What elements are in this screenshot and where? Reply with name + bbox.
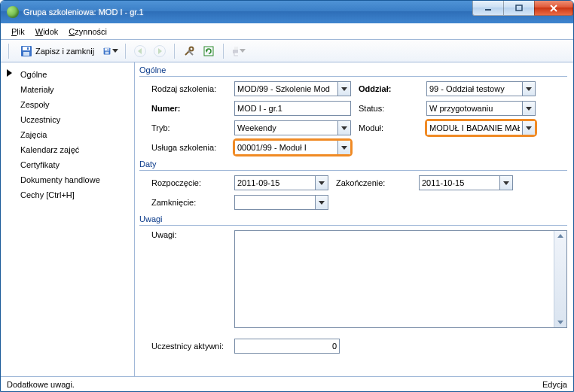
svg-rect-11 <box>108 48 108 50</box>
save-icon <box>103 45 111 57</box>
svg-point-15 <box>190 47 194 50</box>
label-notes: Uwagi: <box>151 230 227 328</box>
sidebar-item-attributes[interactable]: Cechy [Ctrl+H] <box>4 187 131 202</box>
date-start[interactable] <box>234 175 328 190</box>
sidebar-item-general[interactable]: Ogólne <box>4 67 131 82</box>
sidebar-item-schedule[interactable]: Kalendarz zajęć <box>4 142 131 157</box>
maximize-button[interactable] <box>503 1 535 16</box>
input-active[interactable] <box>234 339 340 354</box>
section-notes-legend: Uwagi <box>139 214 567 226</box>
status-left: Dodatkowe uwagi. <box>7 380 75 389</box>
svg-rect-6 <box>23 52 29 56</box>
combo-usluga-input[interactable] <box>235 141 337 154</box>
input-numer[interactable] <box>234 101 351 116</box>
svg-rect-17 <box>204 47 213 56</box>
tools-button[interactable] <box>181 43 197 59</box>
label-active: Uczestnicy aktywni: <box>151 342 227 351</box>
date-close[interactable] <box>234 195 328 210</box>
app-icon <box>7 6 19 18</box>
memo-notes-input[interactable] <box>235 231 554 327</box>
dropdown-icon[interactable] <box>522 82 535 96</box>
input-numer-field[interactable] <box>235 102 350 115</box>
svg-rect-7 <box>27 47 29 50</box>
combo-status[interactable] <box>426 101 536 116</box>
input-active-field[interactable] <box>235 339 339 353</box>
dropdown-icon[interactable] <box>499 176 512 190</box>
svg-marker-13 <box>158 48 162 54</box>
dropdown-icon[interactable] <box>522 102 535 115</box>
tools-icon <box>183 45 195 57</box>
label-tryb: Tryb: <box>151 123 227 132</box>
sidebar-item-teams[interactable]: Zespoły <box>4 97 131 112</box>
window-controls <box>473 1 573 16</box>
svg-rect-5 <box>23 47 30 50</box>
date-close-input[interactable] <box>235 196 315 209</box>
window-title: Grupa szkoleniowa: MOD I - gr.1 <box>23 8 144 17</box>
refresh-button[interactable] <box>200 43 217 59</box>
date-end-input[interactable] <box>420 176 499 190</box>
print-button[interactable] <box>230 43 246 59</box>
arrow-left-icon <box>134 45 146 57</box>
menu-actions[interactable]: Czynności <box>64 26 111 38</box>
menu-view[interactable]: Widok <box>31 26 63 38</box>
scrollbar[interactable] <box>554 231 566 327</box>
form-panel: Ogólne Rodzaj szkolenia: Oddział: Numer:… <box>135 62 573 376</box>
label-rodzaj: Rodzaj szkolenia: <box>151 84 227 93</box>
svg-rect-1 <box>516 5 522 11</box>
sidebar-item-participants[interactable]: Uczestnicy <box>4 112 131 127</box>
memo-notes[interactable] <box>234 230 567 328</box>
nav-back-button[interactable] <box>132 43 148 59</box>
save-button[interactable] <box>102 43 119 59</box>
dropdown-icon[interactable] <box>337 82 350 96</box>
sidebar-item-classes[interactable]: Zajęcia <box>4 127 131 142</box>
menubar: Plik Widok Czynności <box>1 23 573 40</box>
label-close: Zamknięcie: <box>151 198 227 207</box>
section-dates-legend: Daty <box>139 160 567 171</box>
combo-oddzial[interactable] <box>426 81 536 96</box>
titlebar: Grupa szkoleniowa: MOD I - gr.1 <box>1 1 573 23</box>
label-oddzial: Oddział: <box>359 84 419 93</box>
combo-status-input[interactable] <box>427 102 522 115</box>
date-start-input[interactable] <box>235 176 315 190</box>
section-general-legend: Ogólne <box>139 65 567 77</box>
sidebar-item-documents[interactable]: Dokumenty handlowe <box>4 172 131 187</box>
section-notes: Uwagi Uwagi: Uczestnicy aktywni: <box>139 214 567 354</box>
combo-tryb-input[interactable] <box>235 121 337 135</box>
label-start: Rozpoczęcie: <box>151 178 227 187</box>
sidebar-item-certificates[interactable]: Certyfikaty <box>4 157 131 172</box>
date-end[interactable] <box>419 175 513 190</box>
sidebar-item-materials[interactable]: Materiały <box>4 82 131 97</box>
label-modul: Moduł: <box>359 123 419 132</box>
section-general: Ogólne Rodzaj szkolenia: Oddział: Numer:… <box>139 65 567 155</box>
status-right: Edycja <box>542 380 567 389</box>
combo-modul[interactable] <box>426 120 536 135</box>
statusbar: Dodatkowe uwagi. Edycja <box>1 376 573 391</box>
combo-tryb[interactable] <box>234 120 351 135</box>
nav-forward-button[interactable] <box>151 43 168 59</box>
dropdown-icon[interactable] <box>337 141 350 154</box>
dropdown-icon[interactable] <box>315 176 328 190</box>
svg-rect-21 <box>234 53 238 56</box>
combo-modul-input[interactable] <box>427 121 522 135</box>
save-and-close-label: Zapisz i zamknij <box>35 47 94 56</box>
printer-icon <box>231 45 238 57</box>
combo-rodzaj[interactable] <box>234 81 351 96</box>
label-status: Status: <box>359 104 419 113</box>
close-button[interactable] <box>534 1 573 16</box>
minimize-button[interactable] <box>472 1 504 16</box>
combo-oddzial-input[interactable] <box>427 82 522 96</box>
save-and-close-button[interactable]: Zapisz i zamknij <box>15 43 99 59</box>
menu-file[interactable]: Plik <box>7 26 29 38</box>
combo-usluga[interactable] <box>234 140 351 155</box>
dropdown-icon[interactable] <box>337 121 350 135</box>
label-usluga: Usługa szkolenia: <box>151 143 227 152</box>
sidebar: Ogólne Materiały Zespoły Uczestnicy Zaję… <box>1 62 135 376</box>
combo-rodzaj-input[interactable] <box>235 82 337 96</box>
section-dates: Daty Rozpoczęcie: Zakończenie: Zamknięci… <box>139 160 567 210</box>
svg-marker-12 <box>138 48 142 54</box>
dropdown-icon[interactable] <box>315 196 328 209</box>
toolbar: Zapisz i zamknij <box>1 40 573 62</box>
dropdown-icon[interactable] <box>522 121 535 135</box>
refresh-icon <box>203 45 215 57</box>
label-numer: Numer: <box>151 104 227 113</box>
